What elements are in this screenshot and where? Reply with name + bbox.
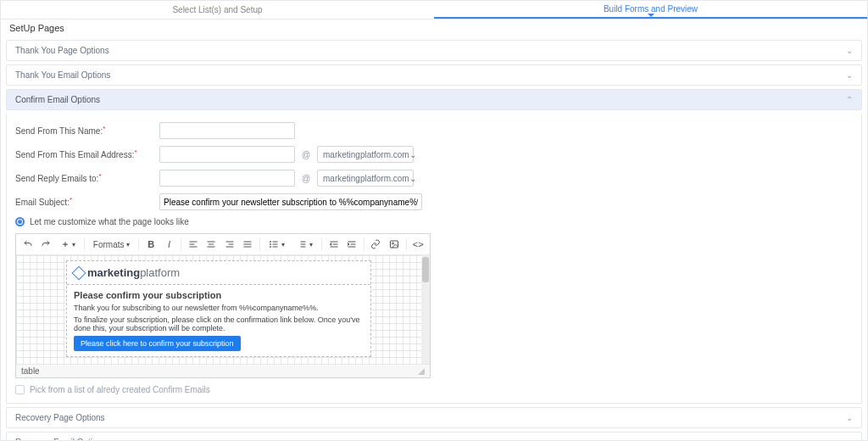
rich-text-editor: ＋▾ Formats▾ B I ▾ ▾ <box>15 233 431 378</box>
code-icon[interactable]: <> <box>410 237 426 252</box>
email-template: marketingplatform Please confirm your su… <box>66 260 371 357</box>
from-address-label: Send From This Email Address:* <box>15 148 159 159</box>
from-name-input[interactable] <box>159 122 295 139</box>
subject-label: Email Subject:* <box>15 196 159 207</box>
customize-label: Let me customize what the page looks lik… <box>30 217 189 226</box>
accordion-recovery-page[interactable]: Recovery Page Options ⌄ <box>6 407 862 428</box>
chevron-down-icon: ⌄ <box>846 413 853 422</box>
chevron-down-icon: ⌄ <box>846 70 853 80</box>
svg-point-0 <box>270 242 270 243</box>
indent-icon[interactable] <box>343 237 359 252</box>
italic-icon[interactable]: I <box>161 237 177 252</box>
reply-to-label: Send Reply Emails to:* <box>15 172 159 183</box>
image-icon[interactable] <box>386 237 402 252</box>
undo-icon[interactable] <box>19 237 36 252</box>
pick-existing-label: Pick from a list of alredy created Confi… <box>30 385 210 394</box>
accordion-thank-you-page[interactable]: Thank You Page Options ⌄ <box>6 40 862 61</box>
accordion-label: Thank You Email Options <box>15 70 110 80</box>
resize-handle-icon[interactable] <box>418 368 425 375</box>
editor-scrollbar[interactable] <box>421 255 430 364</box>
from-address-input[interactable] <box>159 146 295 163</box>
align-right-icon[interactable] <box>221 237 237 252</box>
chevron-down-icon: ⌄ <box>409 174 416 183</box>
redo-icon[interactable] <box>37 237 53 252</box>
editor-toolbar: ＋▾ Formats▾ B I ▾ ▾ <box>16 234 430 255</box>
at-icon: @ <box>300 150 312 159</box>
bullet-list-icon[interactable]: ▾ <box>264 237 290 252</box>
accordion-recovery-email[interactable]: Recovery Email Options ⌄ <box>6 432 862 441</box>
radio-checked-icon <box>15 217 25 226</box>
editor-canvas[interactable]: marketingplatform Please confirm your su… <box>16 255 421 364</box>
svg-point-2 <box>270 247 270 248</box>
email-paragraph: Thank you for subscribing to our newslet… <box>74 304 364 312</box>
accordion-label: Thank You Page Options <box>15 46 109 55</box>
subject-input[interactable] <box>159 193 422 210</box>
add-menu[interactable]: ＋▾ <box>56 237 81 252</box>
link-icon[interactable] <box>368 237 384 252</box>
tab-select-lists[interactable]: Select List(s) and Setup <box>1 1 434 19</box>
section-title: SetUp Pages <box>1 20 867 36</box>
reply-to-input[interactable] <box>159 170 295 187</box>
reply-domain-select[interactable]: marketingplatform.com⌄ <box>317 170 414 187</box>
accordion-label: Recovery Email Options <box>15 438 106 441</box>
bold-icon[interactable]: B <box>142 237 159 252</box>
customize-radio-row[interactable]: Let me customize what the page looks lik… <box>15 217 853 226</box>
accordion-thank-you-email[interactable]: Thank You Email Options ⌄ <box>6 64 862 86</box>
chevron-down-icon: ⌄ <box>846 46 853 55</box>
editor-status-path: table <box>21 366 40 376</box>
align-left-icon[interactable] <box>185 237 201 252</box>
accordion-confirm-email[interactable]: Confirm Email Options ⌃ <box>6 89 862 110</box>
outdent-icon[interactable] <box>326 237 342 252</box>
chevron-down-icon: ⌄ <box>409 150 416 159</box>
pick-existing-row[interactable]: Pick from a list of alredy created Confi… <box>15 385 853 394</box>
confirm-email-panel: Send From This Name:* Send From This Ema… <box>6 114 862 404</box>
accordion-label: Recovery Page Options <box>15 413 105 422</box>
chevron-up-icon: ⌃ <box>846 95 853 104</box>
tab-build-forms[interactable]: Build Forms and Preview <box>434 1 867 19</box>
numbered-list-icon[interactable]: ▾ <box>292 237 318 252</box>
formats-menu[interactable]: Formats▾ <box>88 237 136 252</box>
accordion-label: Confirm Email Options <box>15 95 100 104</box>
confirm-cta-button[interactable]: Please click here to confirm your subscr… <box>74 336 241 351</box>
logo-icon <box>72 265 86 280</box>
checkbox-unchecked-icon <box>15 385 25 394</box>
scrollbar-thumb[interactable] <box>422 257 429 282</box>
align-center-icon[interactable] <box>203 237 220 252</box>
email-heading: Please confirm your subscription <box>74 290 364 300</box>
at-icon: @ <box>300 174 312 183</box>
email-paragraph: To finalize your subscription, please cl… <box>74 315 364 332</box>
logo-text: marketingplatform <box>87 266 180 279</box>
from-name-label: Send From This Name:* <box>15 125 159 136</box>
svg-point-4 <box>392 243 393 244</box>
svg-rect-3 <box>390 241 398 248</box>
align-justify-icon[interactable] <box>240 237 256 252</box>
from-domain-select[interactable]: marketingplatform.com⌄ <box>317 146 414 163</box>
svg-point-1 <box>270 244 270 245</box>
chevron-down-icon: ⌄ <box>846 438 853 441</box>
